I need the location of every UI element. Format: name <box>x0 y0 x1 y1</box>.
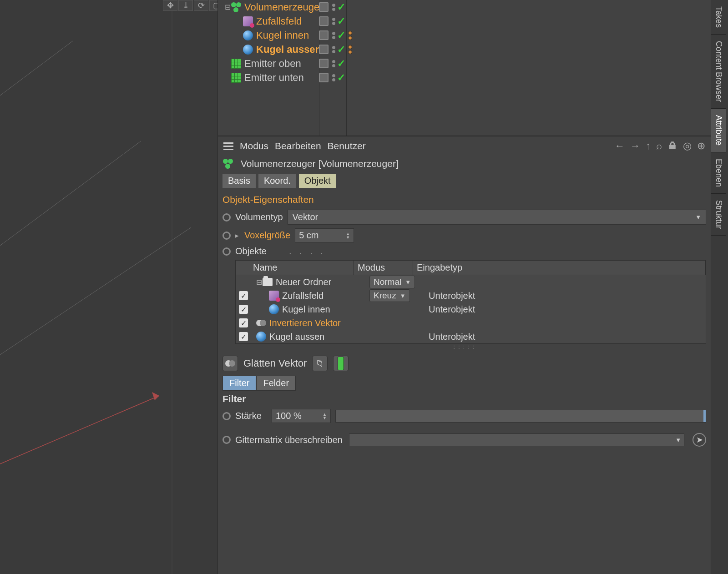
visibility-dots-icon[interactable] <box>332 18 335 25</box>
target-icon[interactable]: ◎ <box>683 140 692 152</box>
nav-back-icon[interactable]: ← <box>615 140 625 152</box>
menu-bearbeiten[interactable]: Bearbeiten <box>275 141 321 151</box>
layer-checkbox[interactable] <box>319 16 329 26</box>
label-voxelgroesse[interactable]: Voxelgröße <box>244 230 290 241</box>
object-row[interactable]: Kugel innen✓ <box>222 28 711 42</box>
sidebar-tab-struktur[interactable]: Struktur <box>711 194 726 236</box>
row-name[interactable]: Kugel aussen <box>269 332 324 342</box>
viewport[interactable]: ✥ ⤓ ⟳ ▢ <box>0 0 217 574</box>
object-row[interactable]: ⊟Volumenerzeuger✓ <box>222 0 711 14</box>
expander-icon[interactable]: ⊟ <box>256 278 262 287</box>
row-checkbox[interactable]: ✓ <box>239 332 248 341</box>
layer-checkbox[interactable] <box>319 2 329 12</box>
row-name[interactable]: Neuer Ordner <box>276 277 331 287</box>
sidebar-tab-takes[interactable]: Takes <box>711 0 726 35</box>
visibility-dots-icon[interactable] <box>332 46 335 53</box>
layer-checkbox[interactable] <box>319 45 329 54</box>
input-staerke[interactable]: 100 % ▲▼ <box>272 409 331 423</box>
tag-icon[interactable] <box>348 45 352 54</box>
mode-select[interactable]: Normal▼ <box>369 276 415 288</box>
sidebar-tab-attribute[interactable]: Attribute <box>711 109 726 152</box>
down-arrow-icon[interactable]: ⤓ <box>178 0 193 11</box>
enable-check-icon[interactable]: ✓ <box>337 44 345 55</box>
list-row[interactable]: ✓Kugel innenUnterobjekt <box>236 302 706 316</box>
anim-ring-icon[interactable] <box>222 412 231 420</box>
layer-checkbox[interactable] <box>319 73 329 82</box>
visibility-dots-icon[interactable] <box>332 74 335 81</box>
expand-icon[interactable]: ▸ <box>235 232 239 240</box>
drag-handle-icon[interactable]: : : : : : <box>218 344 711 350</box>
anim-ring-icon[interactable] <box>222 232 231 240</box>
sidebar-tab-ebenen[interactable]: Ebenen <box>711 152 726 194</box>
col-modus[interactable]: Modus <box>354 261 413 275</box>
row-checkbox[interactable]: ✓ <box>239 291 248 300</box>
object-name[interactable]: Kugel aussen <box>256 44 326 55</box>
enable-check-icon[interactable]: ✓ <box>337 58 345 70</box>
menu-icon[interactable] <box>223 142 233 150</box>
object-list[interactable]: Name Modus Eingabetyp ⊟Neuer OrdnerNorma… <box>235 260 706 344</box>
enable-check-icon[interactable]: ✓ <box>337 1 345 13</box>
menu-benutzer[interactable]: Benutzer <box>328 141 366 151</box>
picker-icon[interactable]: ➤ <box>693 433 706 447</box>
tab-basis[interactable]: Basis <box>222 174 256 188</box>
spin-down-icon[interactable]: ▼ <box>346 236 350 239</box>
row-name[interactable]: Zufallsfeld <box>282 291 324 301</box>
input-voxelgroesse[interactable]: 5 cm ▲▼ <box>295 228 354 242</box>
nav-fwd-icon[interactable]: → <box>630 140 640 152</box>
object-row[interactable]: Emitter unten✓ <box>222 70 711 85</box>
row-name[interactable]: Kugel innen <box>282 304 330 315</box>
object-name[interactable]: Zufallsfeld <box>256 15 306 27</box>
tab-koord[interactable]: Koord. <box>258 174 296 188</box>
expander-icon[interactable]: ⊟ <box>224 3 231 11</box>
rotate-icon[interactable]: ⟳ <box>194 0 208 11</box>
col-eingabetyp[interactable]: Eingabetyp <box>413 261 706 275</box>
anim-ring-icon[interactable] <box>222 213 231 222</box>
new-tab-icon[interactable]: ⊕ <box>697 140 705 152</box>
object-name[interactable]: Emitter unten <box>244 72 308 84</box>
green-strip-icon[interactable] <box>333 356 349 371</box>
tab-objekt[interactable]: Objekt <box>299 174 336 188</box>
row-checkbox[interactable]: ✓ <box>239 305 248 314</box>
object-manager[interactable]: ⊟Volumenerzeuger✓Zufallsfeld✓Kugel innen… <box>218 0 711 136</box>
object-row[interactable]: Kugel aussen✓ <box>222 42 711 56</box>
enable-check-icon[interactable]: ✓ <box>337 15 345 27</box>
object-row[interactable]: Emitter oben✓ <box>222 56 711 70</box>
move-icon[interactable]: ✥ <box>163 0 177 11</box>
viewport-wireframe <box>0 0 217 574</box>
list-row[interactable]: ⊟Neuer OrdnerNormal▼ <box>236 275 706 289</box>
visibility-dots-icon[interactable] <box>332 32 335 39</box>
row-checkbox[interactable]: ✓ <box>239 318 248 327</box>
slider-staerke[interactable] <box>335 410 706 423</box>
tab-filter[interactable]: Filter <box>222 376 256 391</box>
object-name[interactable]: Volumenerzeuger <box>244 1 327 13</box>
enable-check-icon[interactable]: ✓ <box>337 72 345 84</box>
layer-checkbox[interactable] <box>319 59 329 68</box>
spin-down-icon[interactable]: ▼ <box>323 416 327 420</box>
anim-ring-icon[interactable] <box>222 247 231 256</box>
sidebar-tab-content-browser[interactable]: Content Browser <box>711 35 726 109</box>
glaetten-icon[interactable] <box>222 356 238 371</box>
search-icon[interactable]: ⌕ <box>656 140 662 152</box>
field-gittermatrix[interactable]: ▼ <box>349 433 684 446</box>
mode-select[interactable]: Kreuz▼ <box>369 289 410 302</box>
row-name[interactable]: Invertieren Vektor <box>269 318 341 328</box>
list-row[interactable]: ✓ZufallsfeldKreuz▼Unterobjekt <box>236 289 706 302</box>
object-name[interactable]: Kugel innen <box>256 30 313 41</box>
object-name[interactable]: Emitter oben <box>244 58 306 70</box>
nav-up-icon[interactable]: ↑ <box>646 140 651 152</box>
folder-add-icon[interactable]: 📁︎ <box>312 356 328 371</box>
menu-modus[interactable]: Modus <box>240 141 268 151</box>
layer-checkbox[interactable] <box>319 30 329 40</box>
list-row[interactable]: ✓Invertieren Vektor <box>236 316 706 330</box>
list-row[interactable]: ✓Kugel aussenUnterobjekt <box>236 330 706 343</box>
lock-icon[interactable]: 🔒︎ <box>667 140 677 152</box>
visibility-dots-icon[interactable] <box>332 60 335 67</box>
select-volumentyp[interactable]: Vektor ▼ <box>288 210 706 225</box>
tag-icon[interactable] <box>348 31 352 40</box>
anim-ring-icon[interactable] <box>222 436 231 444</box>
enable-check-icon[interactable]: ✓ <box>337 30 345 41</box>
col-name[interactable]: Name <box>236 261 354 275</box>
object-row[interactable]: Zufallsfeld✓ <box>222 14 711 28</box>
tab-felder[interactable]: Felder <box>256 376 296 391</box>
visibility-dots-icon[interactable] <box>332 4 335 11</box>
